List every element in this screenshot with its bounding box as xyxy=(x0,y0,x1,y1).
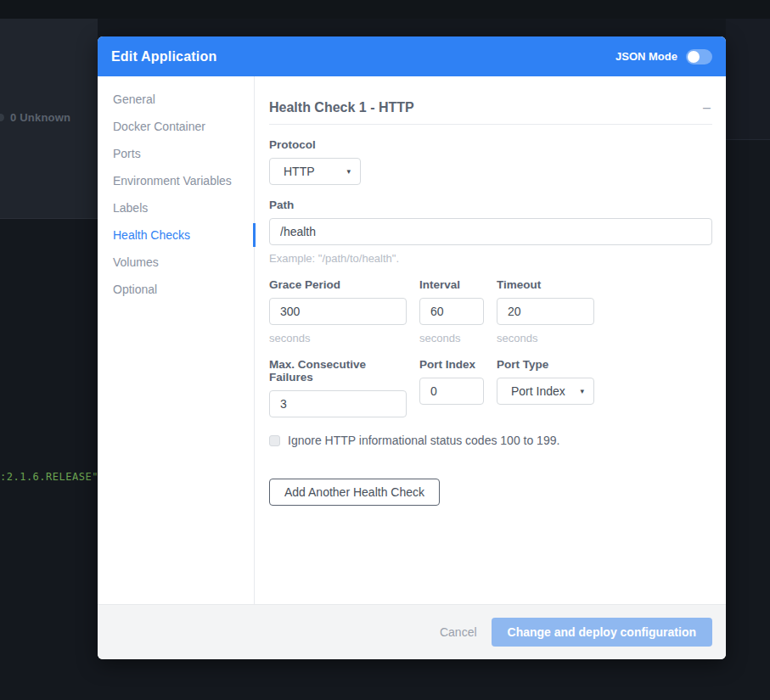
path-help-text: Example: "/path/to/health". xyxy=(269,252,712,265)
sidebar-item-labels[interactable]: Labels xyxy=(98,194,254,221)
modal-body: General Docker Container Ports Environme… xyxy=(98,76,726,604)
grace-period-label: Grace Period xyxy=(269,278,407,291)
sidebar-item-health-checks[interactable]: Health Checks xyxy=(98,221,254,249)
sidebar-item-docker-container[interactable]: Docker Container xyxy=(98,113,254,140)
code-version-text: :2.1.6.RELEASE" xyxy=(0,471,98,483)
sidebar-item-ports[interactable]: Ports xyxy=(98,140,254,167)
json-mode-control: JSON Mode xyxy=(615,49,712,64)
timeout-field: Timeout seconds xyxy=(497,265,594,344)
port-type-field: Port Type Port Index ▾ xyxy=(497,344,594,417)
edit-application-modal: Edit Application JSON Mode General Docke… xyxy=(98,36,726,659)
status-dot-icon xyxy=(0,114,4,121)
max-consecutive-failures-label: Max. Consecutive Failures xyxy=(269,358,407,384)
change-and-deploy-button[interactable]: Change and deploy configuration xyxy=(492,618,712,647)
background-right-panel xyxy=(726,19,770,140)
add-health-check-button[interactable]: Add Another Health Check xyxy=(269,479,440,506)
ignore-http-codes-row: Ignore HTTP informational status codes 1… xyxy=(269,434,712,447)
background-code-snippet: :2.1.6.RELEASE", xyxy=(0,471,105,483)
health-checks-panel: Health Check 1 - HTTP – Protocol HTTP ▾ … xyxy=(255,76,726,604)
modal-title: Edit Application xyxy=(111,49,216,64)
health-check-section-header: Health Check 1 - HTTP – xyxy=(269,100,712,125)
sidebar-item-optional[interactable]: Optional xyxy=(98,276,254,303)
sidebar-item-general[interactable]: General xyxy=(98,86,254,113)
port-type-select[interactable]: Port Index ▾ xyxy=(497,378,594,405)
port-type-label: Port Type xyxy=(497,358,594,371)
interval-input[interactable] xyxy=(419,298,484,325)
ignore-http-codes-checkbox[interactable] xyxy=(269,435,280,446)
ignore-http-codes-label: Ignore HTTP informational status codes 1… xyxy=(288,434,559,447)
json-mode-toggle[interactable] xyxy=(686,49,712,64)
cancel-button[interactable]: Cancel xyxy=(440,625,477,639)
protocol-label: Protocol xyxy=(269,138,712,151)
grace-period-input[interactable] xyxy=(269,298,407,325)
modal-header: Edit Application JSON Mode xyxy=(98,36,726,76)
port-index-input[interactable] xyxy=(419,378,484,405)
timeout-label: Timeout xyxy=(497,278,594,291)
max-consecutive-failures-field: Max. Consecutive Failures xyxy=(269,344,407,417)
port-index-field: Port Index xyxy=(419,344,484,417)
port-fields-row: Max. Consecutive Failures Port Index Por… xyxy=(269,344,712,417)
interval-field: Interval seconds xyxy=(419,265,484,344)
interval-label: Interval xyxy=(419,278,484,291)
json-mode-label: JSON Mode xyxy=(615,50,677,63)
max-consecutive-failures-input[interactable] xyxy=(269,390,407,417)
grace-period-field: Grace Period seconds xyxy=(269,265,407,344)
health-check-section-title: Health Check 1 - HTTP xyxy=(269,100,414,115)
port-type-select-value: Port Index xyxy=(511,384,565,398)
timing-fields-row: Grace Period seconds Interval seconds Ti… xyxy=(269,265,712,344)
path-label: Path xyxy=(269,199,712,211)
modal-footer: Cancel Change and deploy configuration xyxy=(98,604,726,659)
timeout-input[interactable] xyxy=(497,298,594,325)
protocol-select[interactable]: HTTP ▾ xyxy=(269,158,361,185)
sidebar-item-volumes[interactable]: Volumes xyxy=(98,249,254,276)
toggle-knob xyxy=(688,51,700,63)
chevron-down-icon: ▾ xyxy=(346,167,351,176)
interval-unit: seconds xyxy=(419,332,484,344)
status-row: 0 Unknown xyxy=(0,111,70,124)
protocol-select-value: HTTP xyxy=(284,165,315,178)
grace-period-unit: seconds xyxy=(269,332,407,344)
port-index-label: Port Index xyxy=(419,358,484,371)
background-top-bar xyxy=(0,0,770,19)
path-input[interactable] xyxy=(269,218,712,245)
modal-sidebar: General Docker Container Ports Environme… xyxy=(98,76,255,604)
chevron-down-icon: ▾ xyxy=(580,387,584,395)
collapse-section-icon[interactable]: – xyxy=(701,101,712,115)
status-label: 0 Unknown xyxy=(10,111,70,124)
timeout-unit: seconds xyxy=(497,332,594,344)
sidebar-item-environment-variables[interactable]: Environment Variables xyxy=(98,167,254,194)
